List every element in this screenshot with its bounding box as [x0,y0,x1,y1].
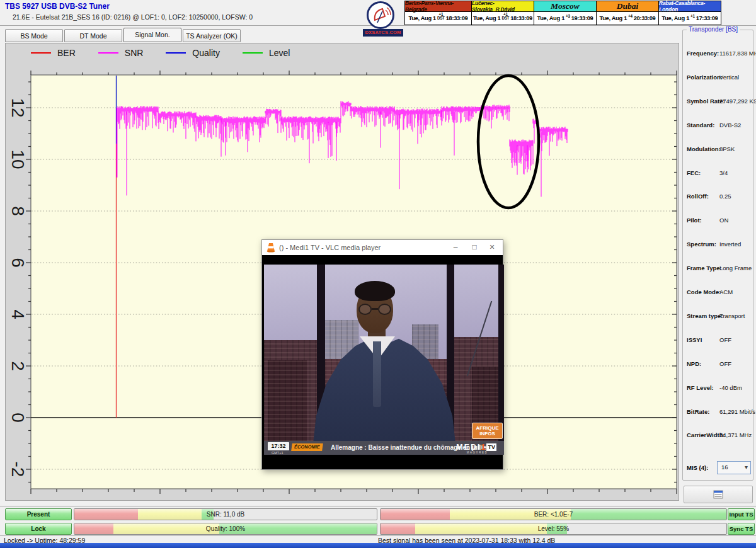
world-clocks: Berlin-Paris-Vienna-Belgrade Tue, Aug 1 … [405,1,721,25]
utc-offset: +1DST [501,13,509,21]
clock-hms: 18:33:09 [510,15,532,21]
transponder-label: Frequency: [687,50,719,57]
svg-text:-2: -2 [8,462,28,477]
presenter-tie [373,341,381,407]
transponder-value: 0.25 [719,193,731,200]
ticker-category: ÉCONOMIE [291,443,323,451]
taskbar-sliver [0,543,756,548]
clock-hms: 20:33:09 [634,15,656,21]
transponder-value: DVB-S2 [719,122,741,128]
presenter-hair [355,281,395,301]
svg-text:0: 0 [8,413,28,423]
medi1tv-sub: MAGHREB [467,451,488,454]
glasses-left-lens [358,304,372,315]
clock-city-label: Moscow [534,1,596,12]
legend-label: BER [57,48,76,58]
minimize-icon[interactable]: – [446,240,465,255]
transponder-label: Spectrum: [687,241,716,248]
mode-tabbar: BS ModeDT ModeSignal Mon.TS Analyzer (OK… [5,28,242,42]
legend-label: SNR [125,48,144,58]
mis-dropdown[interactable]: 16 ▾ [717,461,751,474]
utc-offset: +3 [566,14,570,18]
level-meter-text: Level: 55% [381,523,726,534]
clock-hms: 18:33:09 [446,15,468,21]
clock-cell: Lučenec-Slovakia_R.Dávid Tue, Aug 1 +1DS… [471,1,534,25]
satellite-dish-icon [367,1,394,29]
close-icon[interactable]: × [483,240,501,255]
svg-text:10: 10 [8,149,28,169]
dropdown-chevron-icon: ▾ [745,464,748,471]
transponder-value: Long Frame [719,265,752,271]
clock-time: Tue, Aug 1 +1DST 18:33:09 [472,12,534,25]
transponder-value: 61,291 Mbit/s [719,408,755,415]
logo-text: DXSATCS.COM [363,29,403,37]
clock-time: Tue, Aug 1 +1 17:33:09 [659,12,721,25]
legend-line-swatch [31,52,51,54]
svg-text:4: 4 [8,309,28,319]
quality-meter-text: Quality: 100% [74,523,377,534]
vlc-video-area[interactable]: AFRIQUEINFOS 17:32 GMT+1 ÉCONOMIE Allema… [262,255,503,469]
svg-text:8: 8 [8,206,28,216]
input-ts-button[interactable]: Input TS [728,508,755,520]
clock-date: Tue, Aug 1 [473,15,500,21]
clock-cell: Rabat-Casablanca-London Tue, Aug 1 +1 17… [658,1,721,25]
clock-hms: 19:33:09 [571,15,593,21]
ts-list-button[interactable] [684,486,753,503]
tuner-app: TBS 5927 USB DVB-S2 Tuner 21.6E - Eutels… [0,0,756,548]
transponder-label: RF Level: [687,384,714,391]
utc-offset: +4 [628,14,633,18]
glasses-right-lens [378,304,391,315]
bottom-divider [0,506,756,506]
maximize-icon[interactable]: □ [465,240,484,255]
transponder-label: Stream type: [687,312,723,319]
transponder-label: Modulation: [687,146,721,152]
ticker-clock: 17:32 [268,442,289,450]
dxsatcs-logo: DXSATCS.COM [363,1,403,37]
transponder-value: 3/4 [719,169,728,176]
transponder-label: Code Mode: [687,288,721,295]
transponder-label: Frame Type: [687,265,722,271]
clock-date: Tue, Aug 1 [537,15,564,21]
ticker-timezone: GMT+1 [272,451,284,455]
utc-offset: +1DST [437,13,445,21]
transponder-value: Vertical [719,74,739,81]
satellite-subtitle: 21.6E - Eutelsat 21B_SES 16 (ID: 0216) @… [13,13,253,21]
clock-hms: 17:33:09 [696,15,718,21]
transponder-value: 34,371 MHz [719,431,752,438]
vlc-cone-icon [266,243,275,253]
present-button[interactable]: Present [5,508,72,520]
tv-picture: AFRIQUEINFOS 17:32 GMT+1 ÉCONOMIE Allema… [264,265,504,455]
clock-date: Tue, Aug 1 [408,15,435,21]
lock-button[interactable]: Lock [5,523,72,535]
app-title: TBS 5927 USB DVB-S2 Tuner [5,2,110,11]
clock-cell: Dubai Tue, Aug 1 +4 20:33:09 [596,1,659,25]
clock-city-label: Lučenec-Slovakia_R.Dávid [472,1,534,12]
mis-value: 16 [721,464,728,471]
vlc-titlebar[interactable]: () - Medi1 TV - VLC media player – □ × [262,240,503,255]
tab-bs-mode[interactable]: BS Mode [5,29,63,42]
snr-meter-text: SNR: 11,0 dB [74,509,377,520]
medi1tv-logo: MEDI1TV [456,443,496,452]
ber-meter: BER: <1.0E-7 [380,508,727,520]
vlc-window: () - Medi1 TV - VLC media player – □ × [261,239,503,470]
tab-dt-mode[interactable]: DT Mode [64,29,122,42]
transponder-label: ISSYI [687,336,702,343]
transponder-label: RollOff: [687,193,709,200]
legend-item: Quality [166,48,220,58]
tab-ts-analyzer-ok[interactable]: TS Analyzer (OK) [183,29,241,42]
vlc-window-title: () - Medi1 TV - VLC media player [279,244,381,251]
legend-item: BER [31,48,76,58]
sync-ts-button[interactable]: Sync TS [728,523,755,535]
transponder-label: BitRate: [687,408,709,415]
glasses-bridge [372,308,378,310]
clock-cell: Berlin-Paris-Vienna-Belgrade Tue, Aug 1 … [404,1,472,25]
tab-signal-mon[interactable]: Signal Mon. [123,28,181,42]
news-ticker: 17:32 GMT+1 ÉCONOMIE Allemagne : Baisse … [264,441,504,455]
transponder-label: NPD: [687,360,701,367]
svg-text:6: 6 [8,258,28,268]
afrique-infos-badge: AFRIQUEINFOS [472,423,503,439]
clock-time: Tue, Aug 1 +3 19:33:09 [534,12,596,25]
legend-label: Level [269,48,290,58]
legend-line-swatch [166,52,186,54]
legend-line-swatch [98,52,118,54]
